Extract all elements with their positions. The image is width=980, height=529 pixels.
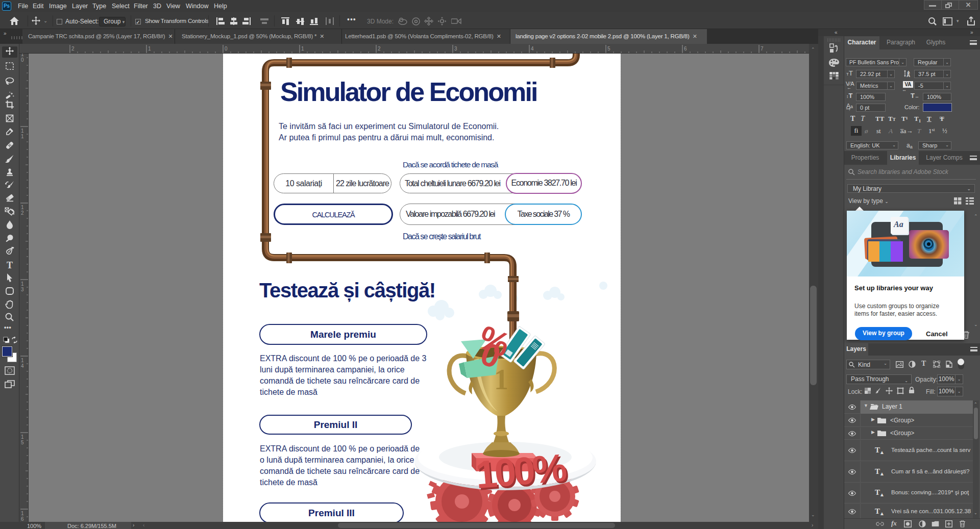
svg-text:3: 3 [21,287,24,292]
svg-text:6: 6 [21,516,24,522]
svg-text:2: 2 [378,46,381,52]
svg-text:6: 6 [684,46,687,52]
svg-text:1: 1 [21,358,24,363]
svg-text:7: 7 [761,46,764,52]
svg-text:2: 2 [71,46,75,52]
svg-text:1: 1 [148,46,151,52]
svg-text:A: A [906,72,910,78]
svg-text:5: 5 [607,46,610,52]
svg-text:4: 4 [531,46,534,52]
svg-text:1: 1 [21,434,24,440]
svg-text:1: 1 [21,134,24,139]
svg-text:0: 0 [225,46,228,52]
svg-text:1: 1 [21,511,24,516]
svg-text:100%: 100% [474,445,568,496]
svg-text:4: 4 [21,363,24,369]
svg-text:2: 2 [21,210,24,216]
svg-text:3: 3 [454,46,457,52]
svg-text:1: 1 [21,128,24,134]
svg-text:1: 1 [21,281,24,287]
svg-text:1: 1 [21,54,24,57]
svg-text:5: 5 [21,440,24,445]
svg-text:0: 0 [21,57,24,63]
svg-text:1: 1 [21,205,24,210]
svg-text:1: 1 [301,46,304,52]
